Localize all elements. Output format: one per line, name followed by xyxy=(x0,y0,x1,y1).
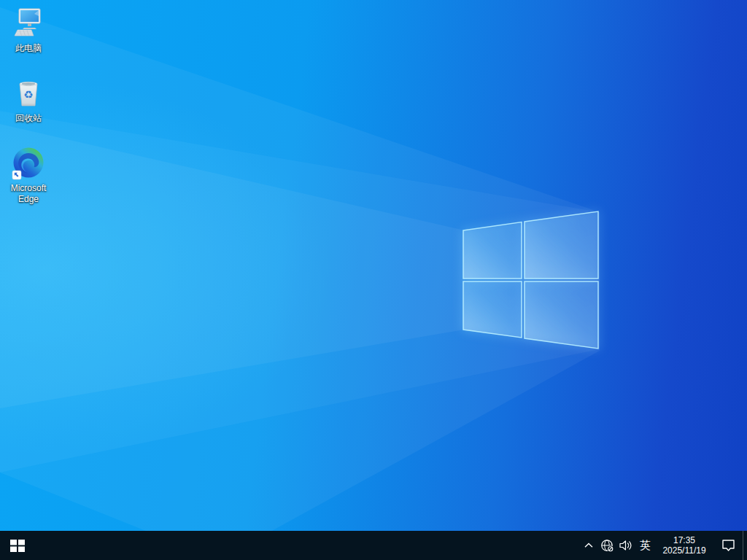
recycle-symbol-glyph: ♻ xyxy=(23,88,33,101)
desktop-icon-microsoft-edge[interactable]: Microsoft Edge xyxy=(1,146,55,205)
clock-time: 17:35 xyxy=(673,535,695,545)
action-center-bubble-icon xyxy=(721,539,735,552)
show-desktop-button[interactable] xyxy=(743,531,747,560)
microsoft-edge-logo-icon xyxy=(11,146,46,181)
desktop-icon-label: 此电脑 xyxy=(15,43,42,54)
ime-language-indicator[interactable]: 英 xyxy=(635,531,655,560)
taskbar: 英 17:35 2025/11/19 xyxy=(0,531,747,560)
windows-logo-pane-bottom-left xyxy=(463,281,522,338)
shortcut-arrow-overlay xyxy=(12,171,21,179)
desktop-icon-recycle-bin[interactable]: ♻ 回收站 xyxy=(1,76,55,124)
speaker-icon xyxy=(619,540,633,551)
network-status-button[interactable] xyxy=(597,531,616,560)
volume-button[interactable] xyxy=(616,531,635,560)
desktop-wallpaper xyxy=(0,0,747,560)
globe-no-internet-icon xyxy=(600,539,614,553)
start-button[interactable] xyxy=(0,531,35,560)
taskbar-clock[interactable]: 17:35 2025/11/19 xyxy=(655,531,713,560)
windows-start-icon xyxy=(10,540,25,552)
windows-logo-pane-top-right xyxy=(525,211,598,279)
windows-logo-pane-top-left xyxy=(463,222,522,279)
desktop-icon-label: 回收站 xyxy=(15,113,42,124)
hidden-icons-chevron-button[interactable] xyxy=(580,531,597,560)
desktop-icon-label: Microsoft Edge xyxy=(3,183,54,205)
this-pc-computer-icon xyxy=(11,6,46,41)
desktop-icon-this-pc[interactable]: 此电脑 xyxy=(1,6,55,54)
wallpaper-light-beams-and-windows-logo xyxy=(0,0,747,560)
recycle-bin-icon: ♻ xyxy=(11,76,46,111)
action-center-button[interactable] xyxy=(713,531,743,560)
windows-logo-pane-bottom-right xyxy=(525,281,598,349)
clock-date: 2025/11/19 xyxy=(662,545,705,556)
system-tray: 英 17:35 2025/11/19 xyxy=(580,531,747,560)
chevron-up-icon xyxy=(584,542,593,548)
